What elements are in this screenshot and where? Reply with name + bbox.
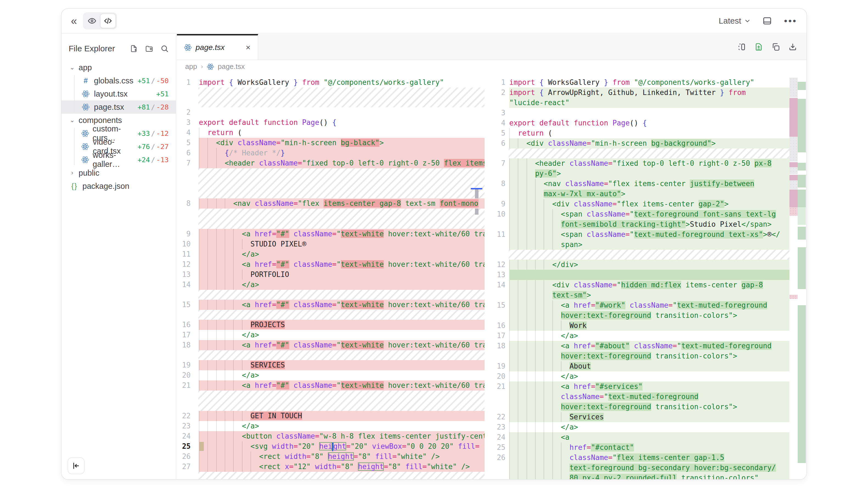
- code-line[interactable]: 13: [493, 270, 789, 280]
- code-line[interactable]: 16PROJECTS: [177, 320, 485, 330]
- file-globals.css[interactable]: #globals.css+51/-50: [62, 74, 176, 87]
- code-line[interactable]: 2: [177, 107, 485, 118]
- code-line[interactable]: 4export default function Page() {: [493, 118, 789, 128]
- diff-pane-new[interactable]: 1import { WorksGallery } from "@/compone…: [493, 77, 789, 479]
- code-line[interactable]: 14<div className="hidden md:flex items-c…: [493, 280, 789, 300]
- code-line[interactable]: 8<nav className="flex items-center justi…: [493, 179, 789, 199]
- line-number: 24: [177, 431, 199, 441]
- tab-close-icon[interactable]: ×: [246, 43, 250, 52]
- code-line[interactable]: 5<div className="min-h-screen bg-black">: [177, 138, 485, 148]
- code-line[interactable]: 2import { ArrowUpRight, Github, Linkedin…: [493, 88, 789, 108]
- code-line[interactable]: 1import { WorksGallery } from "@/compone…: [177, 77, 485, 88]
- new-folder-icon[interactable]: [145, 44, 153, 53]
- code-line[interactable]: 7<header className="fixed top-0 left-0 r…: [493, 158, 789, 179]
- code-line[interactable]: 24<a: [493, 432, 789, 443]
- collapsed-unchanged-region[interactable]: [198, 290, 485, 300]
- code-line[interactable]: 19About: [493, 361, 789, 371]
- code-line[interactable]: 13PORTFOLIO: [177, 269, 485, 280]
- code-line[interactable]: 20</a>: [493, 371, 789, 382]
- line-number: 3: [493, 108, 509, 118]
- code-line[interactable]: 4return (: [177, 128, 485, 138]
- file-layout.tsx[interactable]: layout.tsx+51: [62, 87, 176, 100]
- code-line[interactable]: 3export default function Page() {: [177, 118, 485, 128]
- minimap-pink-block: [789, 162, 798, 167]
- folder-public[interactable]: ›public: [62, 166, 176, 180]
- copy-icon[interactable]: [771, 42, 780, 51]
- collapsed-unchanged-region[interactable]: [198, 168, 485, 198]
- mini-map[interactable]: [789, 77, 806, 479]
- version-dropdown[interactable]: Latest: [719, 16, 751, 26]
- diff-file-icon[interactable]: [754, 42, 763, 51]
- collapse-panel-icon[interactable]: «: [71, 15, 76, 26]
- code-line[interactable]: 23</a>: [177, 421, 485, 431]
- collapsed-unchanged-region[interactable]: [198, 310, 485, 320]
- code-line[interactable]: 5return (: [493, 128, 789, 138]
- code-line[interactable]: 9<a href="#" className="text-white hover…: [177, 229, 485, 239]
- code-line[interactable]: 3: [493, 108, 789, 118]
- chevron-down-icon: ⌄: [69, 117, 76, 124]
- code-line[interactable]: 20</a>: [177, 370, 485, 381]
- collapsed-unchanged-region[interactable]: [198, 88, 485, 107]
- code-line[interactable]: 25href="#contact": [493, 443, 789, 453]
- code-line[interactable]: 15<a href="#" className="text-white hove…: [177, 300, 485, 310]
- collapsed-unchanged-region[interactable]: [198, 391, 485, 411]
- diff-pane-old[interactable]: 1import { WorksGallery } from "@/compone…: [177, 77, 485, 479]
- collapse-sidebar-button[interactable]: [68, 457, 85, 474]
- line-content: <a href="#about" className="text-muted-f…: [509, 341, 789, 361]
- line-number: 20: [493, 371, 509, 382]
- code-line[interactable]: 6<div className="min-h-screen bg-backgro…: [493, 138, 789, 149]
- code-line[interactable]: 11</a>: [177, 249, 485, 259]
- code-line[interactable]: 19SERVICES: [177, 360, 485, 370]
- new-file-icon[interactable]: [130, 44, 138, 53]
- folder-app[interactable]: ⌄app: [62, 61, 176, 74]
- code-line[interactable]: 22GET IN TOUCH: [177, 411, 485, 421]
- code-line[interactable]: 26<rect width="8" height="8" fill="white…: [177, 452, 485, 462]
- code-view-icon[interactable]: [100, 13, 116, 28]
- code-line[interactable]: 21<a href="#services" className="text-mu…: [493, 382, 789, 412]
- code-line[interactable]: 8<nav className="flex items-center gap-8…: [177, 198, 485, 208]
- file-package.json[interactable]: { }package.json: [62, 180, 176, 193]
- code-line[interactable]: 24<button className="w-8 h-8 flex items-…: [177, 431, 485, 441]
- code-line[interactable]: 17</a>: [493, 331, 789, 341]
- code-line[interactable]: 15<a href="#work" className="text-muted-…: [493, 300, 789, 321]
- code-line[interactable]: 12</div>: [493, 260, 789, 270]
- line-content: <svg width="20" height="20" viewBox="0 0…: [199, 441, 485, 452]
- code-line[interactable]: 21<a href="#" className="text-white hove…: [177, 381, 485, 391]
- code-line[interactable]: 27<rect x="12" width="8" height="8" fill…: [177, 462, 485, 472]
- code-line[interactable]: 18<a href="#about" className="text-muted…: [493, 341, 789, 361]
- code-line[interactable]: 14</a>: [177, 280, 485, 290]
- code-line[interactable]: 18<a href="#" className="text-white hove…: [177, 340, 485, 350]
- breadcrumb-folder[interactable]: app: [185, 62, 197, 71]
- line-number: 14: [177, 280, 199, 290]
- code-line[interactable]: 7<header className="fixed top-0 left-0 r…: [177, 158, 485, 168]
- code-line[interactable]: 16Work: [493, 321, 789, 331]
- code-line[interactable]: 25<svg width="20" height="20" viewBox="0…: [177, 441, 485, 452]
- code-line[interactable]: 9<div className="flex items-center gap-2…: [493, 199, 789, 209]
- tab-page-tsx[interactable]: page.tsx ×: [177, 34, 258, 60]
- download-icon[interactable]: [788, 42, 797, 51]
- bottom-panel-icon[interactable]: [763, 16, 772, 26]
- more-options-icon[interactable]: •••: [784, 15, 797, 26]
- file-page.tsx[interactable]: page.tsx+81/-28: [62, 100, 176, 113]
- collapsed-unchanged-region[interactable]: [198, 350, 485, 360]
- file-works-galler-[interactable]: works-galler…+24/-13: [62, 153, 176, 166]
- code-line[interactable]: 10STUDIO PIXEL®: [177, 239, 485, 249]
- code-line[interactable]: 17</a>: [177, 330, 485, 340]
- code-line[interactable]: 22Services: [493, 412, 789, 422]
- collapsed-unchanged-region[interactable]: [198, 208, 485, 229]
- code-line[interactable]: 11<span className="text-muted-foreground…: [493, 229, 789, 250]
- collapsed-unchanged-region[interactable]: [198, 472, 485, 479]
- collapsed-unchanged-region[interactable]: [509, 149, 789, 158]
- collapsed-unchanged-region[interactable]: [509, 250, 789, 260]
- split-view-icon[interactable]: [737, 42, 746, 51]
- breadcrumb-file[interactable]: page.tsx: [218, 62, 245, 71]
- code-line[interactable]: 6{/* Header */}: [177, 148, 485, 158]
- line-number: 22: [177, 411, 199, 421]
- code-line[interactable]: 12<a href="#" className="text-white hove…: [177, 259, 485, 269]
- search-icon[interactable]: [160, 44, 169, 53]
- code-line[interactable]: 10<span className="text-foreground font-…: [493, 209, 789, 229]
- code-line[interactable]: 1import { WorksGallery } from "@/compone…: [493, 77, 789, 88]
- code-line[interactable]: 23</a>: [493, 422, 789, 432]
- preview-eye-icon[interactable]: [84, 13, 100, 28]
- code-line[interactable]: 26className="flex items-center gap-1.5 t…: [493, 453, 789, 479]
